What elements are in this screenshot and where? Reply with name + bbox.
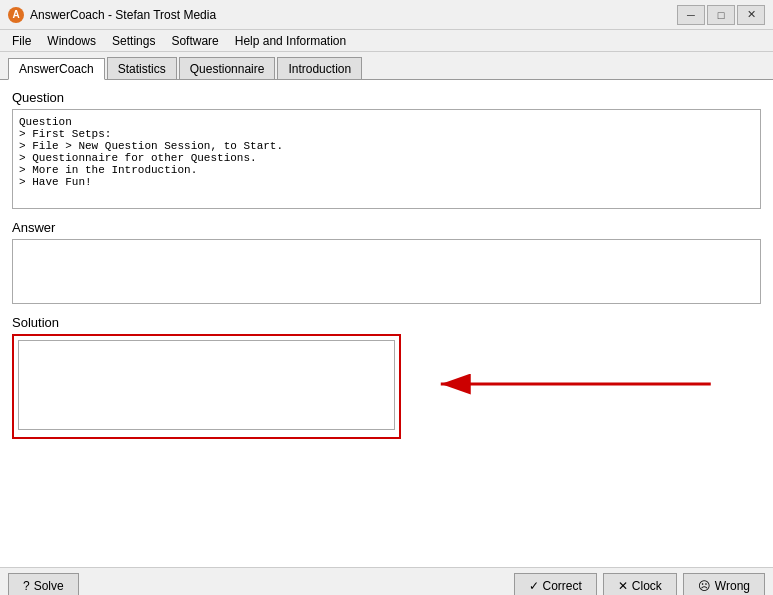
clock-icon: ✕ [618,579,628,593]
menu-help[interactable]: Help and Information [227,30,354,51]
answer-section: Answer [12,220,761,315]
tab-questionnaire[interactable]: Questionnaire [179,57,276,79]
main-content: Question Answer Solution [0,80,773,567]
solve-icon: ? [23,579,30,593]
menu-software[interactable]: Software [163,30,226,51]
maximize-button[interactable]: □ [707,5,735,25]
solution-arrow-svg [401,334,761,444]
close-button[interactable]: ✕ [737,5,765,25]
menu-windows[interactable]: Windows [39,30,104,51]
correct-icon: ✓ [529,579,539,593]
solution-input[interactable] [18,340,395,430]
solve-label: Solve [34,579,64,593]
menu-file[interactable]: File [4,30,39,51]
answer-label: Answer [12,220,761,235]
menu-settings[interactable]: Settings [104,30,163,51]
tab-bar: AnswerCoach Statistics Questionnaire Int… [0,52,773,80]
correct-label: Correct [543,579,582,593]
wrong-button[interactable]: ☹ Wrong [683,573,765,596]
answer-input[interactable] [12,239,761,304]
left-buttons: ? Solve [8,573,79,596]
tab-answercoach[interactable]: AnswerCoach [8,58,105,80]
question-section: Question [12,90,761,220]
tab-statistics[interactable]: Statistics [107,57,177,79]
correct-button[interactable]: ✓ Correct [514,573,597,596]
tab-introduction[interactable]: Introduction [277,57,362,79]
wrong-icon: ☹ [698,579,711,593]
minimize-button[interactable]: ─ [677,5,705,25]
menu-bar: File Windows Settings Software Help and … [0,30,773,52]
bottom-bar: ? Solve ✓ Correct ✕ Clock ☹ Wrong [0,567,773,595]
title-bar: A AnswerCoach - Stefan Trost Media ─ □ ✕ [0,0,773,30]
clock-button[interactable]: ✕ Clock [603,573,677,596]
solution-arrow-area [401,334,761,444]
window-controls: ─ □ ✕ [677,5,765,25]
solution-section: Solution [12,315,761,444]
clock-label: Clock [632,579,662,593]
app-icon: A [8,7,24,23]
question-input[interactable] [12,109,761,209]
wrong-label: Wrong [715,579,750,593]
window-title: AnswerCoach - Stefan Trost Media [30,8,677,22]
solution-label: Solution [12,315,761,330]
solution-outline-box [12,334,401,439]
question-label: Question [12,90,761,105]
solve-button[interactable]: ? Solve [8,573,79,596]
right-buttons: ✓ Correct ✕ Clock ☹ Wrong [514,573,766,596]
